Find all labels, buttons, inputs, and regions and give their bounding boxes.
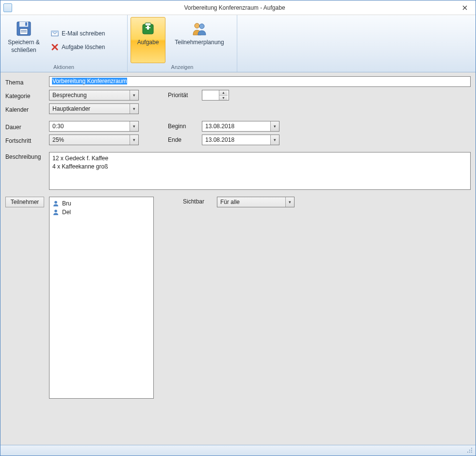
sichtbar-value: Für alle [217,199,285,205]
list-item-label: Bru [62,200,71,207]
label-beginn: Beginn [168,123,202,130]
prioritaet-spinner[interactable]: ▲ ▼ [202,90,229,101]
kalender-value: Hauptkalender [49,105,130,112]
label-beschreibung: Beschreibung [5,152,49,160]
close-button[interactable] [454,0,476,15]
ribbon: Speichern & schließen E-Mail schreiben A… [0,15,476,72]
teilnehmer-listbox[interactable]: BruDel [49,197,154,399]
spin-down-icon[interactable]: ▼ [219,96,228,101]
list-item[interactable]: Del [52,208,150,217]
chevron-down-icon: ▾ [270,135,279,145]
svg-point-15 [54,210,57,213]
kalender-combo[interactable]: Hauptkalender ▾ [49,103,139,114]
sichtbar-combo[interactable]: Für alle ▾ [217,197,295,207]
beschreibung-textarea[interactable] [49,152,471,190]
chevron-down-icon: ▾ [130,104,138,114]
delete-icon [51,43,59,51]
label-fortschritt: Fortschritt [5,136,49,144]
view-participants-button[interactable]: Teilnehmerplanung [167,17,231,63]
spin-up-icon[interactable]: ▲ [219,90,228,96]
window-title: Vorbereitung Konferenzraum - Aufgabe [15,4,454,11]
ende-value: 13.08.2018 [202,136,270,143]
save-icon [16,20,32,37]
svg-rect-5 [25,22,27,26]
dauer-combo[interactable]: 0:30 ▾ [49,121,139,132]
chevron-down-icon: ▾ [130,121,138,131]
person-icon [52,200,59,207]
label-kategorie: Kategorie [5,91,49,100]
form-area: Thema Vorbereitung Konferenzraum Kategor… [0,72,476,445]
delete-task-label: Aufgabe löschen [62,44,105,51]
label-prioritaet: Priorität [168,92,202,99]
view-task-label: Aufgabe [137,39,159,47]
svg-rect-4 [21,32,27,33]
view-participants-label: Teilnehmerplanung [175,39,224,47]
chevron-down-icon: ▾ [130,90,138,100]
email-write-button[interactable]: E-Mail schreiben [49,29,107,38]
label-sichtbar: Sichtbar [183,197,217,205]
list-item[interactable]: Bru [52,199,150,208]
dauer-value: 0:30 [49,123,130,130]
beginn-date[interactable]: 13.08.2018 ▾ [202,121,279,132]
label-ende: Ende [168,136,202,143]
list-item-label: Del [62,209,71,216]
person-icon [52,209,59,216]
task-icon [140,20,156,37]
chevron-down-icon: ▾ [130,135,138,145]
ribbon-group-views-label: Anzeigen [128,63,237,72]
participants-icon [191,20,208,37]
chevron-down-icon: ▾ [285,197,294,207]
svg-rect-11 [147,26,149,30]
label-thema: Thema [5,78,49,86]
kategorie-value: Besprechung [49,92,130,99]
ende-date[interactable]: 13.08.2018 ▾ [202,135,279,145]
chevron-down-icon: ▾ [270,121,279,131]
app-icon [3,3,12,12]
resize-grip-icon[interactable] [467,447,474,454]
svg-rect-3 [21,30,27,31]
fortschritt-combo[interactable]: 25% ▾ [49,135,139,145]
label-kalender: Kalender [5,105,49,113]
email-icon [51,30,59,37]
svg-rect-9 [145,23,151,26]
svg-point-14 [54,201,57,204]
email-write-label: E-Mail schreiben [62,30,105,37]
teilnehmer-button[interactable]: Teilnehmer [5,197,44,207]
prioritaet-input[interactable] [202,90,219,100]
label-dauer: Dauer [5,122,49,131]
close-icon [462,5,467,10]
statusbar [0,445,476,456]
beginn-value: 13.08.2018 [202,123,270,130]
thema-input[interactable] [49,76,471,87]
svg-point-12 [195,23,199,28]
delete-task-button[interactable]: Aufgabe löschen [49,42,107,52]
ribbon-group-actions-label: Aktionen [0,63,127,72]
svg-point-13 [199,24,204,29]
kategorie-combo[interactable]: Besprechung ▾ [49,90,139,101]
svg-rect-7 [51,31,58,33]
titlebar: Vorbereitung Konferenzraum - Aufgabe [0,0,476,15]
save-close-label: Speichern & schließen [4,39,44,54]
save-close-button[interactable]: Speichern & schließen [3,17,44,63]
view-task-button[interactable]: Aufgabe [131,17,165,63]
fortschritt-value: 25% [49,136,130,143]
